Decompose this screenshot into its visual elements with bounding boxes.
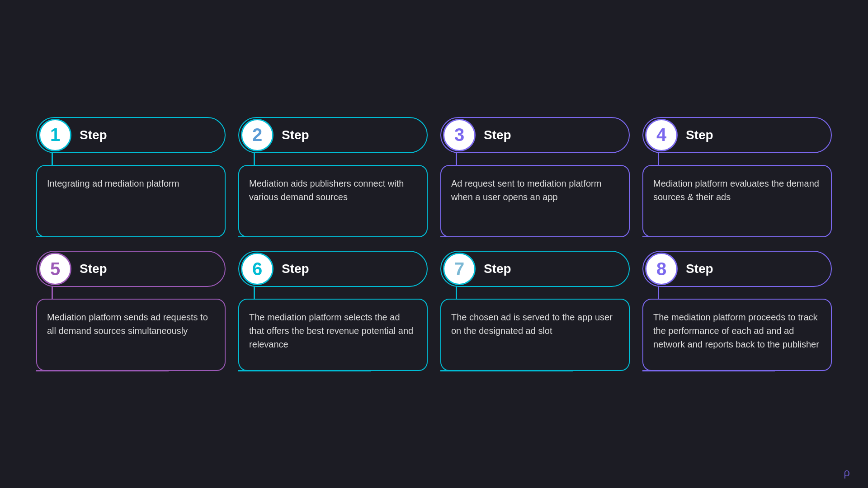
step-body-7: The chosen ad is served to the app user … [440, 299, 630, 371]
connector-line-5 [52, 286, 53, 299]
bottom-line-3 [440, 236, 573, 238]
step-label-1: Step [80, 128, 107, 142]
bottom-line-7 [440, 370, 573, 371]
step-label-6: Step [282, 262, 309, 276]
connector-line-8 [658, 286, 659, 299]
step-body-8: The mediation platform proceeds to track… [642, 299, 832, 371]
step-header-3: 3 Step [440, 117, 630, 153]
bottom-line-5 [36, 370, 169, 371]
step-description-3: Ad request sent to mediation platform wh… [451, 177, 619, 204]
step-body-5: Mediation platform sends ad requests to … [36, 299, 226, 371]
step-header-7: 7 Step [440, 251, 630, 287]
step-cell-7: 7 Step The chosen ad is served to the ap… [440, 251, 630, 371]
step-number-3: 3 [454, 125, 464, 145]
step-label-3: Step [484, 128, 511, 142]
step-cell-3: 3 Step Ad request sent to mediation plat… [440, 117, 630, 238]
step-label-7: Step [484, 262, 511, 276]
step-number-1: 1 [50, 125, 60, 145]
bottom-line-6 [238, 370, 371, 371]
step-cell-4: 4 Step Mediation platform evaluates the … [642, 117, 832, 238]
step-body-1: Integrating ad mediation platform [36, 165, 226, 237]
steps-grid: 1 Step Integrating ad mediation platform… [36, 99, 832, 389]
connector-line-4 [658, 152, 659, 165]
step-label-4: Step [686, 128, 713, 142]
step-body-2: Mediation aids publishers connect with v… [238, 165, 428, 237]
step-number-4: 4 [656, 125, 666, 145]
step-number-7: 7 [454, 259, 464, 279]
bottom-line-2 [238, 236, 371, 238]
step-description-2: Mediation aids publishers connect with v… [249, 177, 417, 204]
step-body-6: The mediation platform selects the ad th… [238, 299, 428, 371]
connector-line-2 [254, 152, 255, 165]
connector-line-6 [254, 286, 255, 299]
step-number-circle-5: 5 [39, 253, 71, 285]
step-header-8: 8 Step [642, 251, 832, 287]
step-number-circle-1: 1 [39, 119, 71, 151]
step-description-6: The mediation platform selects the ad th… [249, 310, 417, 351]
step-cell-5: 5 Step Mediation platform sends ad reque… [36, 251, 226, 371]
step-number-circle-7: 7 [443, 253, 476, 285]
step-number-circle-8: 8 [645, 253, 678, 285]
step-label-5: Step [80, 262, 107, 276]
step-header-5: 5 Step [36, 251, 226, 287]
step-body-4: Mediation platform evaluates the demand … [642, 165, 832, 237]
step-number-2: 2 [252, 125, 262, 145]
step-cell-8: 8 Step The mediation platform proceeds t… [642, 251, 832, 371]
connector-line-1 [52, 152, 53, 165]
logo: ρ [844, 466, 850, 479]
step-cell-6: 6 Step The mediation platform selects th… [238, 251, 428, 371]
step-number-circle-2: 2 [241, 119, 274, 151]
step-number-circle-4: 4 [645, 119, 678, 151]
step-description-5: Mediation platform sends ad requests to … [47, 310, 215, 338]
step-description-1: Integrating ad mediation platform [47, 177, 179, 190]
step-header-6: 6 Step [238, 251, 428, 287]
connector-line-3 [456, 152, 457, 165]
step-number-circle-6: 6 [241, 253, 274, 285]
bottom-line-4 [642, 236, 775, 238]
step-number-circle-3: 3 [443, 119, 476, 151]
step-cell-1: 1 Step Integrating ad mediation platform [36, 117, 226, 238]
bottom-line-8 [642, 370, 775, 371]
step-header-2: 2 Step [238, 117, 428, 153]
step-description-7: The chosen ad is served to the app user … [451, 310, 619, 338]
step-description-4: Mediation platform evaluates the demand … [653, 177, 821, 204]
step-header-4: 4 Step [642, 117, 832, 153]
connector-line-7 [456, 286, 457, 299]
step-number-5: 5 [50, 259, 60, 279]
step-header-1: 1 Step [36, 117, 226, 153]
step-cell-2: 2 Step Mediation aids publishers connect… [238, 117, 428, 238]
step-description-8: The mediation platform proceeds to track… [653, 310, 821, 351]
step-label-2: Step [282, 128, 309, 142]
step-body-3: Ad request sent to mediation platform wh… [440, 165, 630, 237]
step-label-8: Step [686, 262, 713, 276]
bottom-line-1 [36, 236, 169, 238]
step-number-6: 6 [252, 259, 262, 279]
step-number-8: 8 [656, 259, 666, 279]
